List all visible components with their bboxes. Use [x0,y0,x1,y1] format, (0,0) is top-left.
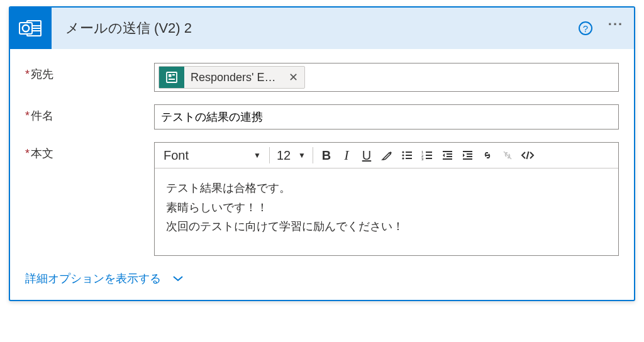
required-marker: * [25,147,30,160]
indent-button[interactable] [457,145,477,165]
toolbar-separator [313,147,313,163]
forms-icon [159,67,184,88]
bullet-list-button[interactable] [397,145,417,165]
card-body: *宛先 Responders' E… [10,49,634,300]
body-content[interactable]: テスト結果は合格です。 素晴らしいです！！ 次回のテストに向けて学習に励んでくだ… [155,168,618,255]
to-input[interactable]: Responders' E… ✕ [154,63,619,92]
toolbar-separator [269,147,270,163]
svg-rect-8 [172,74,175,75]
svg-rect-6 [167,72,177,82]
link-icon [481,149,494,162]
more-menu-button[interactable]: ··· [606,18,625,31]
required-marker: * [25,109,30,122]
body-line: 素晴らしいです！！ [166,198,607,218]
card-title: メールの送信 (V2) 2 [65,19,579,38]
link-button[interactable] [477,145,497,165]
bullet-list-icon [401,149,413,162]
dynamic-token-responders-email[interactable]: Responders' E… ✕ [158,66,305,89]
body-label: *本文 [25,142,154,161]
numbered-list-button[interactable]: 123 [417,145,437,165]
row-to: *宛先 Responders' E… [25,63,619,92]
required-marker: * [25,68,30,80]
svg-point-11 [402,154,404,156]
subject-input-wrap [154,104,619,130]
subject-input[interactable] [157,108,616,126]
body-line: テスト結果は合格です。 [166,179,607,198]
body-editor: Font ▼ 12 ▼ B I U [154,142,619,256]
outlook-icon-box [10,8,52,49]
to-label: *宛先 [25,63,154,82]
row-body: *本文 Font ▼ 12 ▼ B [25,142,619,256]
chevron-down-icon [172,275,184,282]
svg-text:3: 3 [421,157,424,161]
editor-toolbar: Font ▼ 12 ▼ B I U [155,143,618,168]
subject-label: *件名 [25,104,154,123]
bold-button[interactable]: B [316,145,336,165]
code-view-button[interactable] [518,145,538,165]
indent-icon [461,149,474,162]
svg-rect-9 [169,79,175,80]
numbered-list-icon: 123 [421,149,433,162]
token-remove-button[interactable]: ✕ [282,67,304,88]
highlight-button[interactable] [377,145,397,165]
outdent-icon [441,149,453,162]
body-line: 次回のテストに向けて学習に励んでください！ [166,217,607,236]
font-family-select[interactable]: Font ▼ [158,146,266,165]
highlighter-icon [380,149,393,162]
outlook-icon [18,16,43,41]
unlink-icon [501,149,514,162]
unlink-button [497,145,518,165]
chevron-down-icon: ▼ [298,151,306,160]
svg-rect-7 [169,74,172,77]
outdent-button[interactable] [437,145,457,165]
italic-button[interactable]: I [336,145,357,165]
code-icon [520,149,535,162]
row-subject: *件名 [25,104,619,130]
chevron-down-icon: ▼ [253,151,261,160]
svg-point-10 [402,151,404,153]
svg-line-32 [527,152,529,159]
svg-point-12 [402,157,404,159]
underline-button[interactable]: U [357,145,377,165]
card-header: メールの送信 (V2) 2 ? ··· [10,8,634,49]
show-advanced-options[interactable]: 詳細オプションを表示する [25,271,184,286]
font-size-select[interactable]: 12 ▼ [273,146,309,165]
help-icon[interactable]: ? [579,21,592,35]
send-email-card: メールの送信 (V2) 2 ? ··· *宛先 [9,6,635,301]
token-label: Responders' E… [184,67,282,88]
